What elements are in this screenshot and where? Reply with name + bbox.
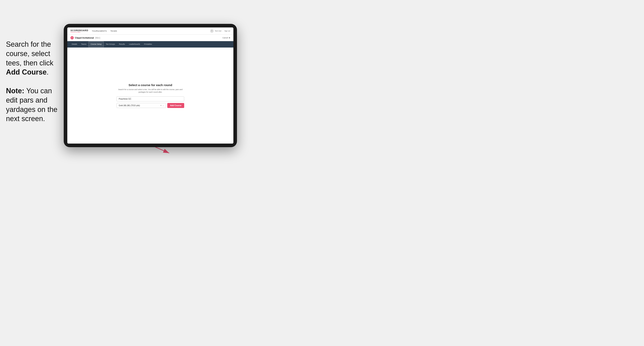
tab-details[interactable]: Details: [70, 41, 79, 47]
tab-printables[interactable]: Printables: [142, 41, 154, 47]
course-section: Select a course for each round Search fo…: [116, 83, 184, 108]
tournament-name: Clippd Invitational: [75, 37, 94, 39]
tee-select-row: Gold (M) (M) (7010 yds) ✕ ⌄ Add Course: [116, 103, 184, 108]
tab-leaderboards[interactable]: Leaderboards: [127, 41, 142, 47]
nav-right: T Test User | Sign out: [210, 29, 230, 33]
section-title: Select a course for each round: [116, 83, 184, 87]
course-search-input[interactable]: [116, 96, 184, 101]
add-course-button[interactable]: Add Course: [167, 103, 184, 108]
tablet-screen: SCOREBOARD Powered by clippd TOURNAMENTS…: [67, 27, 234, 144]
tab-teams[interactable]: Teams: [79, 41, 88, 47]
tee-controls: ✕ ⌄: [160, 104, 164, 107]
nav-tournaments[interactable]: TOURNAMENTS: [92, 30, 107, 32]
sign-out-link[interactable]: Sign out: [224, 30, 230, 32]
tournament-header: C Clippd Invitational (Men) Cancel ✕: [67, 35, 234, 41]
tablet-device: SCOREBOARD Powered by clippd TOURNAMENTS…: [64, 24, 237, 147]
tee-clear-icon[interactable]: ✕: [160, 104, 162, 107]
nav-teams[interactable]: TEAMS: [110, 30, 117, 32]
annotation-text: Search for the course, select tees, then…: [6, 40, 62, 124]
tournament-title-area: C Clippd Invitational (Men): [70, 36, 100, 39]
logo: SCOREBOARD Powered by clippd: [70, 29, 88, 33]
clippd-logo: C: [70, 36, 74, 39]
main-content: Select a course for each round Search fo…: [67, 47, 234, 144]
tab-tee-groups[interactable]: Tee Groups: [104, 41, 117, 47]
tee-select[interactable]: Gold (M) (M) (7010 yds) ✕ ⌄: [116, 103, 166, 108]
section-description: Search for a course and select a tee. Yo…: [116, 88, 184, 94]
tab-course-setup[interactable]: Course Setup: [88, 41, 104, 47]
cancel-button[interactable]: Cancel ✕: [222, 37, 230, 39]
tab-results[interactable]: Results: [117, 41, 127, 47]
tab-bar: Details Teams Course Setup Tee Groups Re…: [67, 41, 234, 47]
user-avatar: T: [210, 29, 214, 33]
top-nav: SCOREBOARD Powered by clippd TOURNAMENTS…: [67, 27, 234, 35]
user-label: Test User: [215, 30, 222, 32]
nav-left: SCOREBOARD Powered by clippd TOURNAMENTS…: [70, 29, 117, 33]
tee-value: Gold (M) (M) (7010 yds): [119, 104, 140, 107]
tournament-gender: (Men): [95, 37, 100, 39]
chevron-down-icon[interactable]: ⌄: [162, 105, 164, 106]
